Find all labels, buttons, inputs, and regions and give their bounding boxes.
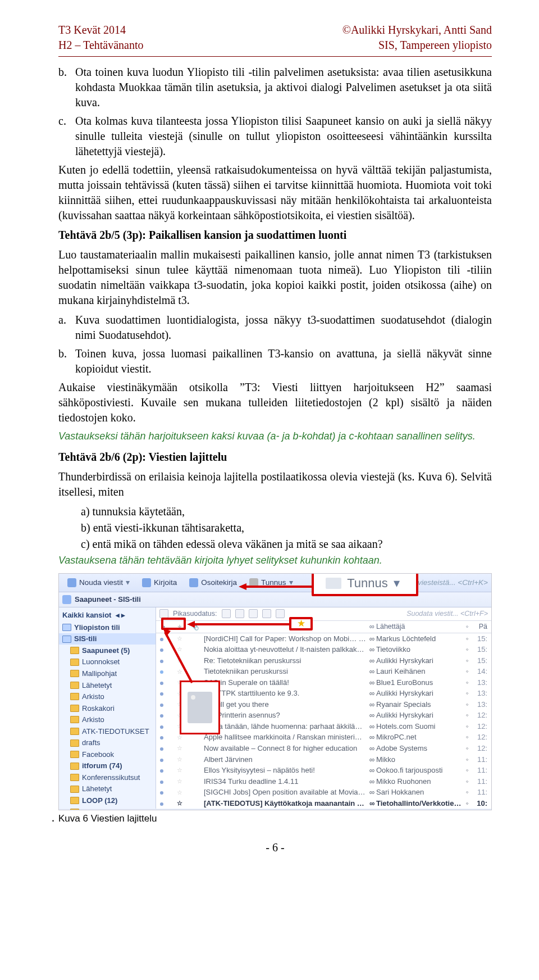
folder-item[interactable]: Luonnokset bbox=[59, 656, 156, 668]
lower-a: a) tunnuksia käytetään, bbox=[81, 504, 492, 519]
row-date: 13: bbox=[471, 688, 489, 698]
quickfilter-input[interactable]: Suodata viestit... <Ctrl+F> bbox=[406, 609, 488, 619]
qf-unread-icon[interactable] bbox=[222, 609, 231, 618]
row-star: ☆ bbox=[175, 777, 189, 786]
folder-icon bbox=[70, 763, 79, 770]
text-c: Ota kolmas kuva tilanteesta jossa Yliopi… bbox=[75, 114, 492, 159]
folder-item[interactable]: Arkisto bbox=[59, 714, 156, 726]
row-thread bbox=[158, 732, 175, 742]
folder-item[interactable]: Lähetetyt bbox=[59, 679, 156, 691]
folder-icon bbox=[70, 670, 79, 677]
folder-label: drafts bbox=[82, 738, 101, 748]
row-subject: Tietotekniikan peruskurssi bbox=[202, 666, 368, 677]
quick-filter-bar: Pikasuodatus: Suodata viestit... <Ctrl+F… bbox=[156, 607, 491, 621]
quickfilter-toggle-icon[interactable] bbox=[159, 609, 168, 618]
col-tag-icon[interactable]: ◦ bbox=[464, 622, 471, 632]
columns-header[interactable]: ⤷ ★ 📎 ∞ Lähettäjä ◦ Pä bbox=[156, 621, 491, 633]
qf-contact-icon[interactable] bbox=[249, 609, 258, 618]
row-date: 14: bbox=[471, 666, 489, 677]
folder-item[interactable]: SIS-tili bbox=[59, 633, 156, 645]
row-read: ∞ bbox=[368, 777, 374, 787]
header-right-1: ©Aulikki Hyrskykari, Antti Sand bbox=[342, 24, 492, 36]
lower-c: c) entä mikä on tähden edessä oleva väkä… bbox=[81, 537, 492, 552]
col-read-icon[interactable]: ∞ bbox=[368, 622, 374, 632]
row-sender: Aulikki Hyrskykari bbox=[374, 656, 464, 666]
write-button[interactable]: Kirjoita bbox=[137, 576, 182, 589]
fetch-button[interactable]: Nouda viestit ▾ bbox=[62, 576, 135, 589]
folder-item[interactable]: Roskakori bbox=[59, 702, 156, 714]
list-item-a2: a. Kuva suodattimen luontidialogista, jo… bbox=[58, 312, 492, 343]
folder-item[interactable]: Konferenssikutsut bbox=[59, 772, 156, 783]
row-star: ☆ bbox=[175, 788, 189, 797]
folder-item[interactable]: Arkisto bbox=[59, 691, 156, 703]
mail-row[interactable]: ☆Ellos Yksityisyytesi – näpätös heti!∞Oo… bbox=[156, 765, 491, 776]
mail-row[interactable]: ☆IRIS34 Turku deadline 1.4.11∞Mikko Ruoh… bbox=[156, 776, 491, 787]
folder-icon bbox=[70, 809, 79, 810]
folder-label: Lähetetyt bbox=[82, 680, 112, 691]
mail-row[interactable]: ☆Nokia aloittaa yt-neuvottelut / It-nais… bbox=[156, 644, 491, 655]
row-thread bbox=[158, 755, 175, 765]
row-thread bbox=[158, 787, 175, 797]
folder-label: Luuppi bbox=[82, 807, 104, 810]
tag-label: Tunnus bbox=[261, 578, 286, 588]
row-subject: Now available – Connect 8 for higher edu… bbox=[202, 743, 368, 754]
col-attach-icon[interactable]: 📎 bbox=[189, 622, 202, 632]
addressbook-button[interactable]: Osoitekirja bbox=[184, 576, 242, 589]
row-date: 13: bbox=[471, 678, 489, 688]
folder-item[interactable]: Facebook bbox=[59, 748, 156, 760]
row-subject: Re: Tietotekniikan peruskurssi bbox=[202, 656, 368, 666]
folder-item[interactable]: Yliopiston tili bbox=[59, 621, 156, 633]
open-folder-tab[interactable]: Saapuneet - SIS-tili bbox=[75, 595, 141, 605]
mail-row[interactable]: ☆[NordiCHI] Call for Paper: Workshop on … bbox=[156, 633, 491, 645]
folder-icon bbox=[70, 693, 79, 700]
folder-label: Yliopiston tili bbox=[74, 623, 120, 633]
row-tag: ◦ bbox=[464, 634, 471, 644]
folder-item[interactable]: Luuppi bbox=[59, 806, 156, 810]
qf-attach-icon[interactable] bbox=[276, 609, 285, 618]
row-date: 15: bbox=[471, 645, 489, 655]
row-subject: Apple hallitsee markkinoita / Ranskan mi… bbox=[202, 732, 368, 742]
marker-b2: b. bbox=[58, 346, 75, 376]
folder-label: Mallipohjat bbox=[82, 669, 117, 679]
qf-star-icon[interactable] bbox=[235, 609, 244, 618]
folder-label: LOOP (12) bbox=[82, 796, 117, 806]
row-tag: ◦ bbox=[464, 765, 471, 775]
mail-row[interactable]: ☆[SIGCHI Jobs] Open position available a… bbox=[156, 787, 491, 798]
row-subject: €9 will get you there bbox=[202, 700, 368, 710]
qf-tag-icon[interactable] bbox=[262, 609, 271, 618]
row-date: 10: bbox=[471, 798, 489, 809]
folder-item[interactable]: Lähetetyt bbox=[59, 783, 156, 795]
col-thread-icon[interactable]: ⤷ bbox=[158, 622, 175, 632]
mail-row[interactable]: ☆[ATK-TIEDOTUS] Käyttökatkoja maanantain… bbox=[156, 798, 491, 809]
folder-icon bbox=[70, 797, 79, 804]
col-date[interactable]: Pä bbox=[471, 622, 489, 632]
mail-row[interactable]: ☆Albert Järvinen∞Mikko◦11: bbox=[156, 754, 491, 765]
list-item-b: b. Ota toinen kuva luodun Yliopisto tili… bbox=[58, 65, 492, 110]
mail-row[interactable]: ☆Kuka on Suomen paras salkunhoitaja?∞Mor… bbox=[156, 809, 491, 810]
row-thread bbox=[158, 798, 175, 809]
col-star-icon[interactable]: ★ bbox=[175, 623, 189, 631]
folder-item[interactable]: ATK-TIEDOTUKSET bbox=[59, 725, 156, 737]
row-thread bbox=[158, 688, 175, 698]
folder-item[interactable]: itforum (74) bbox=[59, 760, 156, 772]
fetch-label: Nouda viestit bbox=[79, 578, 123, 588]
row-sender: Aulikki Hyrskykari bbox=[374, 688, 464, 698]
row-sender: Hotels.com Suomi bbox=[374, 722, 464, 732]
global-search-hint[interactable]: ista viesteistä... <Ctrl+K> bbox=[404, 578, 488, 588]
folder-tree[interactable]: Kaikki kansiot ◂ ▸ Yliopiston tiliSIS-ti… bbox=[59, 607, 156, 809]
folder-item[interactable]: LOOP (12) bbox=[59, 795, 156, 807]
folder-item[interactable]: Saapuneet (5) bbox=[59, 645, 156, 656]
row-subject: [ATK-TIEDOTUS] Käyttökatkoja maanantain … bbox=[202, 798, 368, 809]
folder-item[interactable]: Mallipohjat bbox=[59, 668, 156, 680]
folder-item[interactable]: drafts bbox=[59, 737, 156, 749]
row-star: ☆ bbox=[175, 645, 189, 654]
row-tag: ◦ bbox=[464, 710, 471, 720]
mail-row[interactable]: ☆Now available – Connect 8 for higher ed… bbox=[156, 743, 491, 754]
col-sender[interactable]: Lähettäjä bbox=[374, 622, 464, 632]
row-read: ∞ bbox=[368, 809, 374, 810]
mail-row[interactable]: ☆Tietotekniikan peruskurssi∞Lauri Keihän… bbox=[156, 666, 491, 677]
folder-icon bbox=[70, 647, 79, 654]
tag-button[interactable]: Tunnus ▾ bbox=[244, 576, 298, 589]
mail-row[interactable]: ☆Re: Tietotekniikan peruskurssi∞Aulikki … bbox=[156, 655, 491, 666]
row-star: ☆ bbox=[175, 656, 189, 665]
